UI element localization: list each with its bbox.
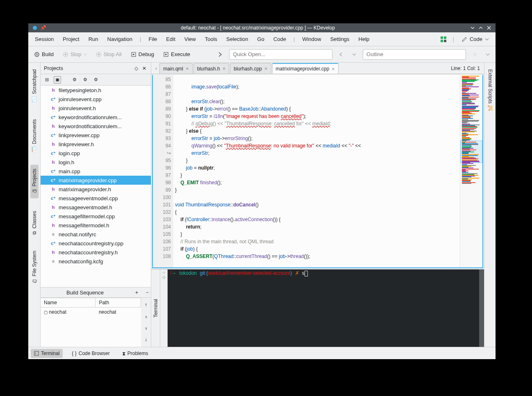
menu-window[interactable]: Window <box>298 34 325 44</box>
terminal-scrollbar[interactable] <box>479 269 484 347</box>
terminal-body[interactable]: !→ tokodon git:(work/carl/remember-selec… <box>168 269 484 347</box>
line-number-gutter: 85868788899091929394↪9596979899100101102… <box>153 75 173 267</box>
editor-tab[interactable]: blurhash.h× <box>193 63 230 74</box>
code-area[interactable]: image.save(localFile); errorStr.clear();… <box>173 75 460 267</box>
projects-panel-header: Projects ◇ ✕ <box>41 63 151 74</box>
file-tree-item[interactable]: c⁺neochataccountregistry.cpp <box>41 239 151 248</box>
svg-point-6 <box>36 54 38 55</box>
file-tree-item[interactable]: hlinkpreviewer.h <box>41 140 151 149</box>
nav-forward-button[interactable] <box>215 51 225 58</box>
rail-documents[interactable]: 📑Documents <box>30 115 39 157</box>
panel-close-icon[interactable]: ✕ <box>141 65 148 72</box>
menu-view[interactable]: View <box>180 34 200 44</box>
terminal-gutter: ○◇ <box>160 269 168 347</box>
bottom-tab-terminal[interactable]: Terminal <box>31 349 63 358</box>
stop-all-button[interactable]: Stop All <box>93 50 124 58</box>
file-tree-item[interactable]: hkeywordnotificationrulem... <box>41 122 151 131</box>
file-tree-item[interactable]: c⁺messageeventmodel.cpp <box>41 194 151 203</box>
move-down-icon[interactable]: ∨ <box>145 326 148 330</box>
maximize-icon[interactable] <box>478 25 484 31</box>
editor[interactable]: 85868788899091929394↪9596979899100101102… <box>152 75 483 268</box>
tree-collapse-icon[interactable]: ⊟ <box>43 76 50 84</box>
close-icon[interactable] <box>486 25 492 31</box>
menu-go[interactable]: Go <box>253 34 268 44</box>
next-button[interactable] <box>350 52 359 57</box>
problems-icon: ⧗ <box>122 351 125 356</box>
remove-button[interactable]: － <box>143 289 151 296</box>
close-icon[interactable]: × <box>264 66 268 72</box>
menu-project[interactable]: Project <box>59 34 83 44</box>
menu-session[interactable]: Session <box>31 34 58 44</box>
file-tree-item[interactable]: c⁺main.cpp <box>41 167 151 176</box>
menu-edit[interactable]: Edit <box>162 34 179 44</box>
editor-tab[interactable]: blurhash.cpp× <box>230 63 271 74</box>
move-up-icon[interactable]: ∧ <box>145 315 148 319</box>
editor-tab[interactable]: matriximageprovider.cpp× <box>272 63 339 74</box>
code-area-button[interactable]: Code <box>457 34 493 44</box>
term-git-close: ) <box>290 270 292 276</box>
rail-projects[interactable]: 🗂Projects <box>30 165 39 198</box>
table-row[interactable]: ▢ neochat neochat <box>41 308 141 317</box>
tree-sync-icon[interactable]: ▣ <box>54 76 61 84</box>
close-icon[interactable]: × <box>332 66 335 72</box>
editor-tab-bar: ‹ main.qml×blurhash.h×blurhash.cpp×matri… <box>151 63 484 74</box>
rail-external-scripts[interactable]: External Scripts 📜 <box>486 66 494 114</box>
file-tree-item[interactable]: c⁺matriximageprovider.cpp <box>41 176 151 185</box>
outline-down-button[interactable] <box>483 52 492 57</box>
menu-file[interactable]: File <box>144 34 161 44</box>
quick-open-input[interactable] <box>229 49 332 60</box>
terminal-tab[interactable]: Terminal <box>151 269 160 347</box>
move-bottom-icon[interactable]: ⤓ <box>144 337 148 342</box>
minimize-icon[interactable] <box>470 25 475 31</box>
outline-input[interactable] <box>363 49 466 60</box>
close-icon[interactable]: × <box>186 66 189 72</box>
file-tree-item[interactable]: hjoinrulesevent.h <box>41 104 151 113</box>
rail-file-system[interactable]: 🗀File System <box>30 247 39 288</box>
file-tree-item[interactable]: hmessagefiltermodel.h <box>41 221 151 230</box>
file-tree-item[interactable]: hmatriximageprovider.h <box>41 185 151 194</box>
move-top-icon[interactable]: ⤒ <box>144 303 148 308</box>
bottom-tab-problems[interactable]: ⧗ Problems <box>119 349 152 358</box>
add-button[interactable]: ＋ <box>133 289 140 296</box>
stop-button[interactable]: Stop <box>60 50 89 58</box>
menu-settings[interactable]: Settings <box>326 34 354 44</box>
menu-code[interactable]: Code <box>269 34 290 44</box>
prev-button[interactable] <box>336 52 346 57</box>
menu-help[interactable]: Help <box>355 34 374 44</box>
file-tree-item[interactable]: hlogin.h <box>41 158 151 167</box>
close-icon[interactable]: × <box>223 66 226 72</box>
gear-icon[interactable]: ⚙ <box>82 76 89 84</box>
file-tree-item[interactable]: c⁺joinrulesevent.cpp <box>41 95 151 104</box>
file-tree-item[interactable]: ≡neochatconfig.kcfg <box>41 257 151 266</box>
execute-button[interactable]: Execute <box>161 50 193 58</box>
file-tree-item[interactable]: c⁺login.cpp <box>41 149 151 158</box>
table-header-name[interactable]: Name <box>41 298 95 308</box>
panel-undock-icon[interactable]: ◇ <box>133 65 139 72</box>
areas-icon[interactable] <box>441 36 446 42</box>
file-tree-item[interactable]: c⁺messagefiltermodel.cpp <box>41 212 151 221</box>
menu-tools[interactable]: Tools <box>201 34 221 44</box>
file-tree-item[interactable]: hfiletypesingleton.h <box>41 86 151 95</box>
menu-selection[interactable]: Selection <box>222 34 252 44</box>
file-tree-item[interactable]: c⁺linkpreviewer.cpp <box>41 131 151 140</box>
outline-next-button[interactable] <box>470 52 479 57</box>
file-tree-item[interactable]: hneochataccountregistry.h <box>41 248 151 257</box>
file-tree-item[interactable]: hmessageeventmodel.h <box>41 203 151 212</box>
minimap[interactable] <box>460 75 482 267</box>
gear-icon[interactable]: ⚙ <box>92 76 100 84</box>
build-button[interactable]: Build <box>32 50 56 58</box>
menu-navigation[interactable]: Navigation <box>103 34 136 44</box>
menu-run[interactable]: Run <box>84 34 102 44</box>
debug-button[interactable]: Debug <box>128 50 157 58</box>
gear-icon[interactable]: ⚙ <box>71 76 78 84</box>
tab-nav-prev[interactable]: ‹ <box>153 65 159 71</box>
rail-classes[interactable]: ⧉Classes <box>30 207 39 239</box>
file-tree[interactable]: hfiletypesingleton.hc⁺joinrulesevent.cpp… <box>41 86 151 287</box>
rail-scratchpad[interactable]: 📄Scratchpad <box>30 65 39 107</box>
table-header-path[interactable]: Path <box>95 298 141 308</box>
pin-icon[interactable]: 📌 <box>40 25 46 31</box>
file-tree-item[interactable]: c⁺keywordnotificationrulem... <box>41 113 151 122</box>
file-tree-item[interactable]: ≡neochat.notifyrc <box>41 230 151 239</box>
bottom-tab-code-browser[interactable]: { } Code Browser <box>68 349 113 358</box>
editor-tab[interactable]: main.qml× <box>159 63 192 74</box>
